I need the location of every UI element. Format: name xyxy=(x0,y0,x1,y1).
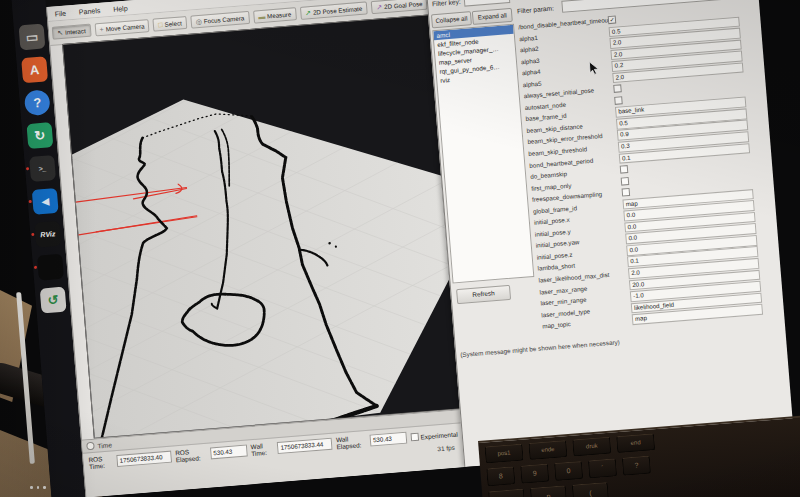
time-field-label: ROS Time: xyxy=(88,454,113,470)
time-field-label: Wall Elapsed: xyxy=(336,434,367,450)
param-checkbox[interactable] xyxy=(621,177,630,186)
tool-2d-pose-estimate[interactable]: ↗2D Pose Estimate xyxy=(300,1,368,19)
keyboard-key: ende xyxy=(528,440,567,460)
menu-file[interactable]: File xyxy=(54,9,66,17)
tool-label: 2D Goal Pose xyxy=(384,0,423,10)
keyboard-key: o xyxy=(488,489,525,497)
keyboard-key: 9 xyxy=(520,464,549,484)
clock-icon xyxy=(86,442,95,451)
tool-measure[interactable]: ▬Measure xyxy=(253,7,297,23)
vscode-icon[interactable]: ◄ xyxy=(32,188,59,215)
dock-glyph: ◄ xyxy=(38,194,52,208)
dock-glyph: ↻ xyxy=(34,129,46,143)
measure-icon: ▬ xyxy=(258,13,266,21)
param-name: initial_pose.z xyxy=(536,251,572,261)
filter-key-label: Filter key: xyxy=(432,0,461,7)
trash-icon[interactable]: ↺ xyxy=(40,287,67,314)
time-field-label: ROS Elapsed: xyxy=(175,447,207,463)
expand-all-button[interactable]: Expand all xyxy=(472,8,513,25)
rviz-window: FilePanelsHelp ↖Interact+Move Camera□Sel… xyxy=(46,0,465,497)
select-icon: □ xyxy=(158,21,163,28)
menu-help[interactable]: Help xyxy=(113,4,128,12)
experimental-label: Experimental xyxy=(420,430,458,440)
goal-pose-icon: ↗ xyxy=(376,3,382,10)
time-field-value[interactable]: 530.43 xyxy=(210,445,247,460)
time-field-value[interactable]: 1750673833.44 xyxy=(277,438,333,454)
refresh-button[interactable]: Refresh xyxy=(456,285,511,304)
param-name: initial_pose.y xyxy=(535,228,571,238)
tool-label: Focus Camera xyxy=(203,14,244,24)
mouse-cursor xyxy=(588,61,601,76)
running-indicator xyxy=(26,167,29,170)
param-name: alpha5 xyxy=(523,79,542,87)
tool-interact[interactable]: ↖Interact xyxy=(52,24,91,40)
param-name: alpha4 xyxy=(522,68,541,76)
keyboard-key: 0 xyxy=(554,461,583,481)
tool-label: Move Camera xyxy=(105,22,144,32)
app-center-icon[interactable]: A xyxy=(21,56,48,83)
experimental-toggle[interactable]: Experimental xyxy=(410,430,458,442)
dock-glyph: A xyxy=(29,63,39,77)
param-name: alpha2 xyxy=(520,45,539,53)
laptop-screen: ▭A?↻>_◄RViz↺ FilePanelsHelp ↖Interact+Mo… xyxy=(10,0,794,497)
dock-glyph: ↺ xyxy=(47,293,59,307)
indicator-dots xyxy=(30,486,46,489)
param-name: alpha1 xyxy=(519,33,538,41)
rviz-icon[interactable]: RViz xyxy=(34,221,61,248)
param-checkbox[interactable] xyxy=(614,96,623,105)
time-field-value[interactable]: 1750673833.40 xyxy=(116,451,172,467)
param-name: initial_pose.x xyxy=(534,216,570,226)
rviz-3d-viewport[interactable] xyxy=(62,15,461,439)
param-name: first_map_only xyxy=(531,181,572,191)
occupancy-map-render xyxy=(63,16,459,438)
param-name: base_frame_id xyxy=(525,112,566,122)
param-name: map_topic xyxy=(542,320,571,329)
running-indicator xyxy=(34,266,37,269)
keyboard-key: druk xyxy=(572,437,611,457)
tool-label: Measure xyxy=(267,11,292,20)
param-name: lambda_short xyxy=(537,262,575,272)
time-panel-title: Time xyxy=(97,441,112,449)
running-indicator xyxy=(29,200,32,203)
tool-label: Select xyxy=(164,19,182,27)
dock-glyph: RViz xyxy=(40,230,55,238)
app-grid-icon[interactable] xyxy=(37,254,64,281)
tool-move-camera[interactable]: +Move Camera xyxy=(94,19,150,36)
photo-frame: ▭A?↻>_◄RViz↺ FilePanelsHelp ↖Interact+Mo… xyxy=(0,0,800,497)
keyboard-key: p xyxy=(530,485,567,497)
dock-glyph: ▭ xyxy=(25,30,38,44)
time-field-label: Wall Time: xyxy=(250,441,274,457)
move-camera-icon: + xyxy=(99,26,104,33)
tool-label: 2D Pose Estimate xyxy=(313,5,363,16)
time-field-value[interactable]: 530.43 xyxy=(370,432,407,447)
experimental-checkbox[interactable] xyxy=(410,433,419,442)
param-name: initial_pose.yaw xyxy=(536,239,580,249)
menu-panels[interactable]: Panels xyxy=(79,6,101,15)
keyboard-key: 8 xyxy=(486,466,515,486)
param-checkbox[interactable] xyxy=(622,188,631,197)
param-name: alpha3 xyxy=(521,56,540,64)
tool-focus-camera[interactable]: ◎Focus Camera xyxy=(190,11,250,29)
filter-key-input[interactable] xyxy=(463,0,510,7)
param-checkbox[interactable] xyxy=(620,165,629,174)
tool-label: Interact xyxy=(65,27,86,36)
param-name: autostart_node xyxy=(524,101,566,111)
parameter-list: /bond_disable_heartbeat_timeout✓alpha10.… xyxy=(514,2,783,332)
focus-camera-icon: ◎ xyxy=(195,18,202,25)
terminal-icon[interactable]: >_ xyxy=(29,155,56,182)
tool-2d-goal-pose[interactable]: ↗2D Goal Pose xyxy=(371,0,428,14)
reconfigure-window: Filter key: Collapse all Expand all amcl… xyxy=(424,0,795,467)
tool-select[interactable]: □Select xyxy=(153,16,187,32)
pose-estimate-icon: ↗ xyxy=(305,9,311,16)
collapse-all-button[interactable]: Collapse all xyxy=(431,11,472,28)
dock-glyph: ? xyxy=(33,96,42,110)
help-icon[interactable]: ? xyxy=(24,89,51,116)
screen-capture-app-icon[interactable]: ▭ xyxy=(19,23,46,50)
param-checkbox[interactable]: ✓ xyxy=(608,16,617,25)
software-updater-icon[interactable]: ↻ xyxy=(26,122,53,149)
dock-glyph: >_ xyxy=(38,165,47,173)
param-checkbox[interactable] xyxy=(613,85,622,94)
keyboard-key: ´ xyxy=(588,458,617,478)
system-message: (System message might be shown here when… xyxy=(460,338,620,358)
param-name: do_beamskip xyxy=(530,170,567,180)
